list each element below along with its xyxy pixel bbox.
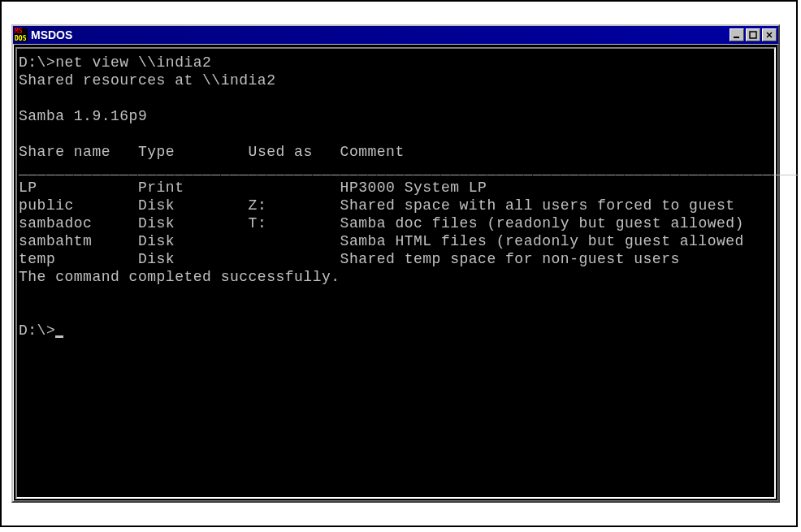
prompt: D:\> [19, 54, 55, 71]
minimize-button[interactable] [730, 28, 744, 41]
col-used: Used as [249, 144, 313, 160]
window-controls [728, 28, 777, 41]
col-comment: Comment [340, 144, 405, 160]
terminal-output[interactable]: D:\>net view \\india2 Shared resources a… [15, 47, 776, 499]
window-title: MSDOS [31, 28, 728, 41]
titlebar[interactable]: MSDOS MSDOS [13, 26, 778, 45]
table-row: sambadoc Disk T: Samba doc files (readon… [19, 215, 744, 231]
page-frame: MSDOS MSDOS D:\>net view \\india2 Shared… [0, 0, 798, 527]
close-button[interactable] [762, 28, 777, 41]
divider: ________________________________________… [19, 162, 799, 178]
svg-rect-0 [734, 37, 739, 38]
command-text: net view \\india2 [55, 54, 211, 71]
svg-rect-1 [750, 32, 756, 38]
col-type: Type [138, 144, 175, 160]
table-row: public Disk Z: Shared space with all use… [19, 197, 735, 214]
table-row: LP Print HP3000 System LP [19, 179, 487, 196]
msdos-icon: MSDOS [15, 28, 28, 41]
table-row: sambahtm Disk Samba HTML files (readonly… [19, 233, 744, 249]
completion-message: The command completed successfully. [19, 269, 340, 285]
server-info: Samba 1.9.16p9 [19, 108, 147, 124]
maximize-button[interactable] [746, 28, 760, 41]
col-share: Share name [19, 144, 110, 160]
response-line: Shared resources at \\india2 [19, 72, 275, 89]
table-row: temp Disk Shared temp space for non-gues… [19, 251, 680, 267]
cursor [55, 335, 63, 338]
msdos-window: MSDOS MSDOS D:\>net view \\india2 Shared… [11, 24, 780, 503]
prompt: D:\> [19, 322, 55, 339]
